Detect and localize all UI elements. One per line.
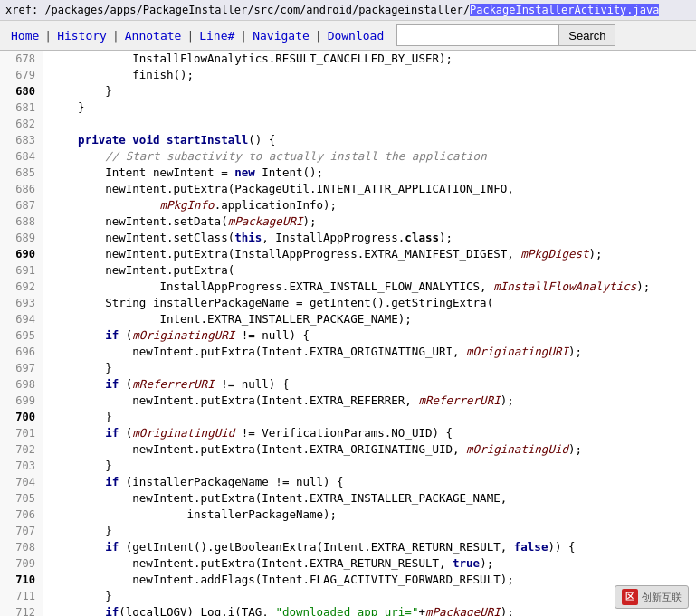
line-number: 702 bbox=[0, 441, 43, 458]
line-content: } bbox=[43, 360, 112, 376]
nav-history[interactable]: History bbox=[52, 26, 112, 45]
line-number: 706 bbox=[0, 507, 43, 523]
table-row: 692 InstallAppProgress.EXTRA_INSTALL_FLO… bbox=[0, 279, 696, 295]
line-content: newIntent.addFlags(Intent.FLAG_ACTIVITY_… bbox=[43, 572, 514, 588]
table-row: 699 newIntent.putExtra(Intent.EXTRA_REFE… bbox=[0, 393, 696, 409]
line-content: } bbox=[43, 100, 85, 116]
table-row: 682 bbox=[0, 116, 696, 132]
table-row: 686 newIntent.putExtra(PackageUtil.INTEN… bbox=[0, 181, 696, 197]
search-button[interactable]: Search bbox=[559, 24, 615, 46]
line-number: 686 bbox=[0, 181, 43, 197]
nav-download[interactable]: Download bbox=[322, 26, 390, 45]
line-content: Intent newIntent = new Intent(); bbox=[43, 165, 323, 181]
line-content: installerPackageName); bbox=[43, 507, 337, 523]
table-row: 680 } bbox=[0, 83, 696, 100]
table-row: 687 mPkgInfo.applicationInfo); bbox=[0, 197, 696, 213]
line-content: InstallFlowAnalytics.RESULT_CANCELLED_BY… bbox=[43, 51, 453, 67]
line-content: newIntent.putExtra( bbox=[43, 262, 234, 279]
line-content: } bbox=[43, 409, 112, 425]
line-content: if (getIntent().getBooleanExtra(Intent.E… bbox=[43, 539, 576, 555]
search-input[interactable] bbox=[396, 24, 559, 46]
table-row: 710 newIntent.addFlags(Intent.FLAG_ACTIV… bbox=[0, 572, 696, 588]
line-number: 692 bbox=[0, 279, 43, 295]
line-number: 704 bbox=[0, 474, 43, 490]
line-content: newIntent.putExtra(InstallAppProgress.EX… bbox=[43, 246, 603, 262]
nav-bar: Home | History | Annotate | Line# | Navi… bbox=[0, 21, 696, 51]
table-row: 708 if (getIntent().getBooleanExtra(Inte… bbox=[0, 539, 696, 555]
nav-sep-2: | bbox=[112, 29, 119, 43]
line-content: // Start subactivity to actually install… bbox=[43, 148, 487, 165]
line-number: 710 bbox=[0, 572, 43, 588]
line-content: if (mReferrerURI != null) { bbox=[43, 376, 289, 393]
table-row: 705 newIntent.putExtra(Intent.EXTRA_INST… bbox=[0, 490, 696, 507]
table-row: 698 if (mReferrerURI != null) { bbox=[0, 376, 696, 393]
line-number: 693 bbox=[0, 295, 43, 311]
line-number: 687 bbox=[0, 197, 43, 213]
table-row: 703 } bbox=[0, 458, 696, 474]
table-row: 697 } bbox=[0, 360, 696, 376]
line-number: 707 bbox=[0, 523, 43, 539]
line-number: 701 bbox=[0, 425, 43, 441]
table-row: 700 } bbox=[0, 409, 696, 425]
line-content: newIntent.setData(mPackageURI); bbox=[43, 213, 317, 230]
line-content: } bbox=[43, 458, 112, 474]
table-row: 689 newIntent.setClass(this, InstallAppP… bbox=[0, 230, 696, 246]
table-row: 684 // Start subactivity to actually ins… bbox=[0, 148, 696, 165]
line-number: 694 bbox=[0, 311, 43, 327]
line-content: if (installerPackageName != null) { bbox=[43, 474, 344, 490]
table-row: 707 } bbox=[0, 523, 696, 539]
table-row: 702 newIntent.putExtra(Intent.EXTRA_ORIG… bbox=[0, 441, 696, 458]
nav-lineno[interactable]: Line# bbox=[194, 26, 240, 45]
table-row: 712 if(localLOGV) Log.i(TAG, "downloaded… bbox=[0, 604, 696, 616]
line-number: 696 bbox=[0, 344, 43, 360]
line-number: 684 bbox=[0, 148, 43, 165]
line-number: 690 bbox=[0, 246, 43, 262]
line-content: if (mOriginatingURI != null) { bbox=[43, 327, 310, 344]
line-number: 705 bbox=[0, 490, 43, 507]
table-row: 694 Intent.EXTRA_INSTALLER_PACKAGE_NAME)… bbox=[0, 311, 696, 327]
table-row: 693 String installerPackageName = getInt… bbox=[0, 295, 696, 311]
line-number: 695 bbox=[0, 327, 43, 344]
line-number: 678 bbox=[0, 51, 43, 67]
line-number: 699 bbox=[0, 393, 43, 409]
table-row: 683 private void startInstall() { bbox=[0, 132, 696, 148]
watermark: 区 创新互联 bbox=[615, 585, 689, 609]
watermark-text: 创新互联 bbox=[642, 591, 682, 604]
breadcrumb-highlight: PackageInstallerActivity.java bbox=[470, 4, 660, 16]
table-row: 706 installerPackageName); bbox=[0, 507, 696, 523]
breadcrumb-bar: xref: /packages/apps/PackageInstaller/sr… bbox=[0, 0, 696, 21]
line-number: 709 bbox=[0, 555, 43, 572]
line-number: 700 bbox=[0, 409, 43, 425]
line-number: 681 bbox=[0, 100, 43, 116]
line-number: 697 bbox=[0, 360, 43, 376]
table-row: 679 finish(); bbox=[0, 67, 696, 83]
line-number: 689 bbox=[0, 230, 43, 246]
nav-home[interactable]: Home bbox=[5, 26, 44, 45]
breadcrumb-prefix: xref: /packages/apps/PackageInstaller/sr… bbox=[5, 4, 470, 16]
table-row: 690 newIntent.putExtra(InstallAppProgres… bbox=[0, 246, 696, 262]
line-content: newIntent.putExtra(Intent.EXTRA_RETURN_R… bbox=[43, 555, 493, 572]
table-row: 678 InstallFlowAnalytics.RESULT_CANCELLE… bbox=[0, 51, 696, 67]
line-number: 711 bbox=[0, 588, 43, 604]
nav-navigate[interactable]: Navigate bbox=[247, 26, 315, 45]
line-content: InstallAppProgress.EXTRA_INSTALL_FLOW_AN… bbox=[43, 279, 650, 295]
nav-sep-1: | bbox=[44, 29, 52, 43]
line-content: if(localLOGV) Log.i(TAG, "downloaded app… bbox=[43, 604, 514, 616]
table-row: 688 newIntent.setData(mPackageURI); bbox=[0, 213, 696, 230]
table-row: 704 if (installerPackageName != null) { bbox=[0, 474, 696, 490]
line-number: 698 bbox=[0, 376, 43, 393]
line-number: 691 bbox=[0, 262, 43, 279]
nav-sep-5: | bbox=[315, 29, 322, 43]
line-number: 708 bbox=[0, 539, 43, 555]
table-row: 711 } bbox=[0, 588, 696, 604]
line-number: 680 bbox=[0, 83, 43, 100]
nav-sep-3: | bbox=[186, 29, 194, 43]
nav-annotate[interactable]: Annotate bbox=[119, 26, 187, 45]
table-row: 696 newIntent.putExtra(Intent.EXTRA_ORIG… bbox=[0, 344, 696, 360]
line-content: newIntent.putExtra(Intent.EXTRA_REFERRER… bbox=[43, 393, 514, 409]
line-content: newIntent.putExtra(Intent.EXTRA_INSTALLE… bbox=[43, 490, 507, 507]
line-content: newIntent.putExtra(Intent.EXTRA_ORIGINAT… bbox=[43, 441, 582, 458]
line-number: 679 bbox=[0, 67, 43, 83]
line-content: newIntent.putExtra(Intent.EXTRA_ORIGINAT… bbox=[43, 344, 582, 360]
line-content: private void startInstall() { bbox=[43, 132, 275, 148]
